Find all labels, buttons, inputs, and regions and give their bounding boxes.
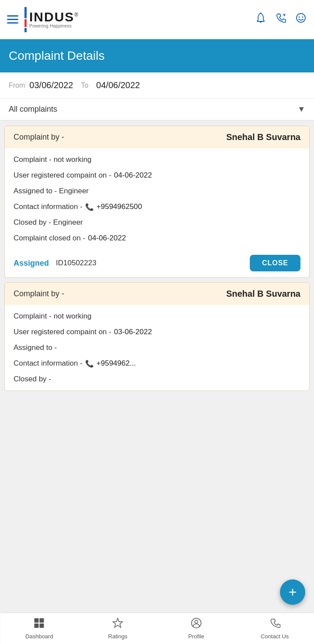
card-2-contact-row: Contact information - 📞 +9594962... bbox=[14, 356, 300, 371]
phone-icon[interactable] bbox=[275, 12, 287, 27]
card-1-header: Complaint by - Snehal B Suvarna bbox=[5, 126, 309, 148]
nav-ratings-label: Ratings bbox=[108, 633, 128, 640]
header-left: INDUS® Powering Happiness bbox=[7, 7, 79, 32]
nav-contact-us[interactable]: Contact Us bbox=[235, 614, 314, 643]
hamburger-menu[interactable] bbox=[7, 15, 18, 24]
close-complaint-button[interactable]: CLOSE bbox=[250, 255, 300, 271]
card-1-user-name: Snehal B Suvarna bbox=[226, 132, 300, 142]
logo-bar-2 bbox=[24, 19, 27, 27]
card-2-by-label: Complaint by - bbox=[14, 289, 64, 298]
card-1-registered-row: User registered compaint on - 04-06-2022 bbox=[14, 168, 300, 183]
page-title-bar: Complaint Details bbox=[0, 39, 314, 72]
logo-brand: INDUS® Powering Happiness bbox=[29, 10, 79, 28]
page-title: Complaint Details bbox=[9, 49, 305, 63]
dashboard-icon bbox=[34, 617, 45, 631]
logo-bar-1 bbox=[24, 7, 27, 18]
logo-tagline: Powering Happiness bbox=[29, 24, 79, 28]
card-2-header: Complaint by - Snehal B Suvarna bbox=[5, 283, 309, 305]
logo-bars bbox=[24, 7, 27, 32]
card-2-complaint-desc: Complaint - not working bbox=[14, 308, 300, 324]
svg-point-10 bbox=[195, 620, 198, 623]
card-1-closed-on-row: Complaint closed on - 04-06-2022 bbox=[14, 230, 300, 246]
svg-rect-4 bbox=[35, 618, 39, 623]
card-1-footer: Assigned ID10502223 CLOSE bbox=[5, 250, 309, 277]
card-1-status: Assigned bbox=[14, 259, 49, 268]
svg-rect-7 bbox=[40, 623, 44, 628]
smiley-icon[interactable] bbox=[295, 12, 307, 27]
card-2-closed-by-row: Closed by - bbox=[14, 371, 300, 387]
card-1-complaint-desc: Complaint - not working bbox=[14, 152, 300, 168]
svg-point-3 bbox=[302, 17, 304, 18]
from-value: 03/06/2022 bbox=[29, 80, 73, 90]
to-label: To bbox=[81, 82, 88, 89]
svg-rect-5 bbox=[40, 618, 44, 623]
nav-ratings[interactable]: Ratings bbox=[79, 614, 157, 643]
svg-rect-6 bbox=[35, 623, 39, 628]
star-icon bbox=[112, 617, 124, 631]
phone-filled-icon: 📞 bbox=[85, 203, 94, 211]
profile-icon bbox=[190, 617, 202, 631]
svg-point-0 bbox=[260, 13, 262, 14]
nav-contact-label: Contact Us bbox=[261, 633, 289, 640]
nav-profile-label: Profile bbox=[188, 633, 204, 640]
card-2-body: Complaint - not working User registered … bbox=[5, 305, 309, 391]
card-1-body: Complaint - not working User registered … bbox=[5, 148, 309, 250]
complaints-dropdown[interactable]: All complaints ▼ bbox=[0, 99, 314, 120]
contact-phone-icon bbox=[269, 617, 280, 631]
card-2-assigned-row: Assigned to - bbox=[14, 340, 300, 356]
card-1-contact-row: Contact information - 📞 +9594962500 bbox=[14, 199, 300, 215]
header-icons bbox=[255, 12, 307, 27]
card-2-user-name: Snehal B Suvarna bbox=[226, 289, 300, 299]
dropdown-label: All complaints bbox=[9, 105, 57, 114]
card-1-id: ID10502223 bbox=[56, 259, 243, 267]
logo: INDUS® Powering Happiness bbox=[24, 7, 79, 32]
chevron-down-icon: ▼ bbox=[297, 105, 305, 114]
card-1-closed-by-row: Closed by - Engineer bbox=[14, 215, 300, 230]
page-content: INDUS® Powering Happiness bbox=[0, 0, 314, 430]
card-2-registered-row: User registered compaint on - 03-06-2022 bbox=[14, 324, 300, 340]
svg-point-2 bbox=[299, 17, 300, 18]
phone-filled-icon-2: 📞 bbox=[85, 360, 94, 368]
nav-dashboard[interactable]: Dashboard bbox=[0, 614, 79, 643]
logo-name: INDUS® bbox=[29, 10, 79, 24]
logo-bar-3 bbox=[24, 28, 27, 32]
complaint-card-1: Complaint by - Snehal B Suvarna Complain… bbox=[4, 126, 310, 278]
bottom-nav: Dashboard Ratings Profile Contact Us bbox=[0, 613, 314, 644]
from-label: From bbox=[9, 82, 25, 89]
fab-button[interactable]: + bbox=[280, 579, 305, 605]
date-filter: From 03/06/2022 To 04/06/2022 bbox=[0, 72, 314, 99]
svg-marker-8 bbox=[113, 618, 123, 627]
bell-icon[interactable] bbox=[255, 12, 267, 27]
to-value: 04/06/2022 bbox=[96, 80, 140, 90]
nav-profile[interactable]: Profile bbox=[157, 614, 236, 643]
header: INDUS® Powering Happiness bbox=[0, 0, 314, 39]
complaints-list: Complaint by - Snehal B Suvarna Complain… bbox=[0, 126, 314, 391]
logo-registered: ® bbox=[74, 12, 79, 18]
svg-point-1 bbox=[297, 14, 305, 22]
nav-dashboard-label: Dashboard bbox=[25, 633, 53, 640]
card-1-assigned-row: Assigned to - Engineer bbox=[14, 183, 300, 199]
card-1-by-label: Complaint by - bbox=[14, 133, 64, 142]
fab-plus-icon: + bbox=[289, 584, 297, 600]
complaint-card-2: Complaint by - Snehal B Suvarna Complain… bbox=[4, 282, 310, 391]
